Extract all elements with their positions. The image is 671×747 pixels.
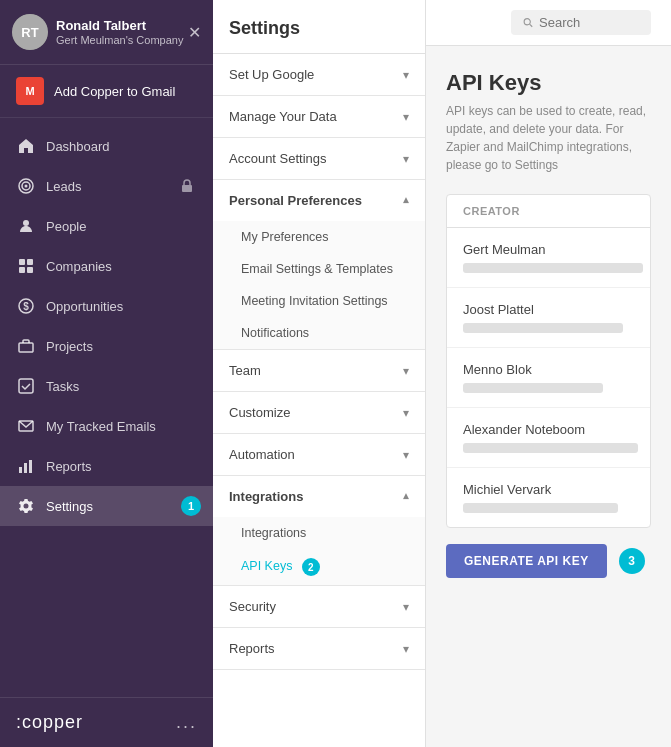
search-bar[interactable]	[511, 10, 651, 35]
sidebar-item-projects[interactable]: Projects	[0, 326, 213, 366]
sidebar-item-label: Dashboard	[46, 139, 110, 154]
sidebar-user: RT Ronald Talbert Gert Meulman's Company	[12, 14, 183, 50]
sidebar-item-people[interactable]: People	[0, 206, 213, 246]
sidebar-item-opportunities[interactable]: $ Opportunities	[0, 286, 213, 326]
notifications-item[interactable]: Notifications	[213, 317, 425, 349]
security-label: Security	[229, 599, 276, 614]
api-key-bar	[463, 503, 618, 513]
sidebar-item-reports[interactable]: Reports	[0, 446, 213, 486]
sidebar-item-label: People	[46, 219, 86, 234]
sidebar-item-label: Projects	[46, 339, 93, 354]
table-row: Michiel Vervark	[447, 468, 650, 527]
sidebar-item-settings[interactable]: Settings 1	[0, 486, 213, 526]
account-settings-header[interactable]: Account Settings ▾	[213, 138, 425, 179]
svg-rect-14	[19, 467, 22, 473]
svg-rect-3	[182, 185, 192, 192]
personal-preferences-header[interactable]: Personal Preferences ▾	[213, 180, 425, 221]
personal-preferences-submenu: My Preferences Email Settings & Template…	[213, 221, 425, 349]
svg-rect-8	[27, 267, 33, 273]
sidebar-item-tasks[interactable]: Tasks	[0, 366, 213, 406]
home-icon	[16, 136, 36, 156]
security-header[interactable]: Security ▾	[213, 586, 425, 627]
sidebar-footer: :copper ...	[0, 697, 213, 747]
dollar-icon: $	[16, 296, 36, 316]
meeting-invitation-item[interactable]: Meeting Invitation Settings	[213, 285, 425, 317]
automation-header[interactable]: Automation ▾	[213, 434, 425, 475]
sidebar-item-companies[interactable]: Companies	[0, 246, 213, 286]
sidebar-item-leads[interactable]: Leads	[0, 166, 213, 206]
menu-section-account-settings: Account Settings ▾	[213, 138, 425, 180]
account-settings-label: Account Settings	[229, 151, 327, 166]
step-badge-3: 3	[619, 548, 645, 574]
setup-google-header[interactable]: Set Up Google ▾	[213, 54, 425, 95]
settings-menu: Settings Set Up Google ▾ Manage Your Dat…	[213, 0, 426, 747]
sidebar-item-label: Reports	[46, 459, 92, 474]
search-input[interactable]	[539, 15, 639, 30]
team-header[interactable]: Team ▾	[213, 350, 425, 391]
svg-rect-5	[19, 259, 25, 265]
api-key-bar	[463, 383, 603, 393]
table-row: Menno Blok	[447, 348, 650, 408]
menu-section-personal-preferences: Personal Preferences ▾ My Preferences Em…	[213, 180, 425, 350]
api-keys-item[interactable]: API Keys 2	[213, 549, 425, 585]
svg-rect-6	[27, 259, 33, 265]
table-row: Alexander Noteboom	[447, 408, 650, 468]
setup-google-label: Set Up Google	[229, 67, 314, 82]
gmail-icon: M	[16, 77, 44, 105]
add-gmail-label: Add Copper to Gmail	[54, 84, 175, 99]
api-keys-table: Creator Gert Meulman Joost Plattel Menno…	[446, 194, 651, 528]
sidebar-item-dashboard[interactable]: Dashboard	[0, 126, 213, 166]
menu-section-manage-data: Manage Your Data ▾	[213, 96, 425, 138]
api-keys-section: API Keys API keys can be used to create,…	[426, 46, 671, 747]
person-icon	[16, 216, 36, 236]
menu-section-setup-google: Set Up Google ▾	[213, 54, 425, 96]
creator-name: Menno Blok	[463, 362, 634, 377]
add-gmail-button[interactable]: M Add Copper to Gmail	[0, 65, 213, 118]
integrations-submenu: Integrations API Keys 2	[213, 517, 425, 585]
gear-icon	[16, 496, 36, 516]
copper-logo: :copper	[16, 712, 83, 733]
sidebar-item-label: Settings	[46, 499, 93, 514]
email-settings-item[interactable]: Email Settings & Templates	[213, 253, 425, 285]
svg-rect-11	[19, 343, 33, 352]
sidebar-item-tracked-emails[interactable]: My Tracked Emails	[0, 406, 213, 446]
svg-rect-7	[19, 267, 25, 273]
search-icon	[523, 16, 533, 29]
reports-label: Reports	[229, 641, 275, 656]
grid-icon	[16, 256, 36, 276]
avatar: RT	[12, 14, 48, 50]
manage-data-header[interactable]: Manage Your Data ▾	[213, 96, 425, 137]
svg-point-4	[23, 220, 29, 226]
svg-point-2	[25, 185, 28, 188]
creator-name: Gert Meulman	[463, 242, 634, 257]
integrations-label: Integrations	[229, 489, 303, 504]
creator-name: Alexander Noteboom	[463, 422, 634, 437]
generate-api-key-button[interactable]: GENERATE API KEY	[446, 544, 607, 578]
close-icon[interactable]: ✕	[188, 23, 201, 42]
reports-header[interactable]: Reports ▾	[213, 628, 425, 669]
table-header: Creator	[447, 195, 650, 228]
bar-chart-icon	[16, 456, 36, 476]
customize-header[interactable]: Customize ▾	[213, 392, 425, 433]
settings-badge: 1	[181, 496, 201, 516]
customize-label: Customize	[229, 405, 290, 420]
automation-label: Automation	[229, 447, 295, 462]
chevron-down-icon: ▾	[403, 110, 409, 124]
table-row: Gert Meulman	[447, 228, 650, 288]
api-key-bar	[463, 263, 643, 273]
personal-preferences-label: Personal Preferences	[229, 193, 362, 208]
chevron-down-icon: ▾	[403, 406, 409, 420]
more-options-button[interactable]: ...	[176, 712, 197, 733]
api-key-bar	[463, 443, 638, 453]
my-preferences-item[interactable]: My Preferences	[213, 221, 425, 253]
sidebar: RT Ronald Talbert Gert Meulman's Company…	[0, 0, 213, 747]
settings-title: Settings	[213, 0, 425, 54]
avatar-initials: RT	[12, 14, 48, 50]
integrations-header[interactable]: Integrations ▾	[213, 476, 425, 517]
page-title: API Keys	[446, 70, 651, 96]
api-key-bar	[463, 323, 623, 333]
integrations-sub-item[interactable]: Integrations	[213, 517, 425, 549]
page-description: API keys can be used to create, read, up…	[446, 102, 651, 174]
team-label: Team	[229, 363, 261, 378]
sidebar-item-label: My Tracked Emails	[46, 419, 156, 434]
